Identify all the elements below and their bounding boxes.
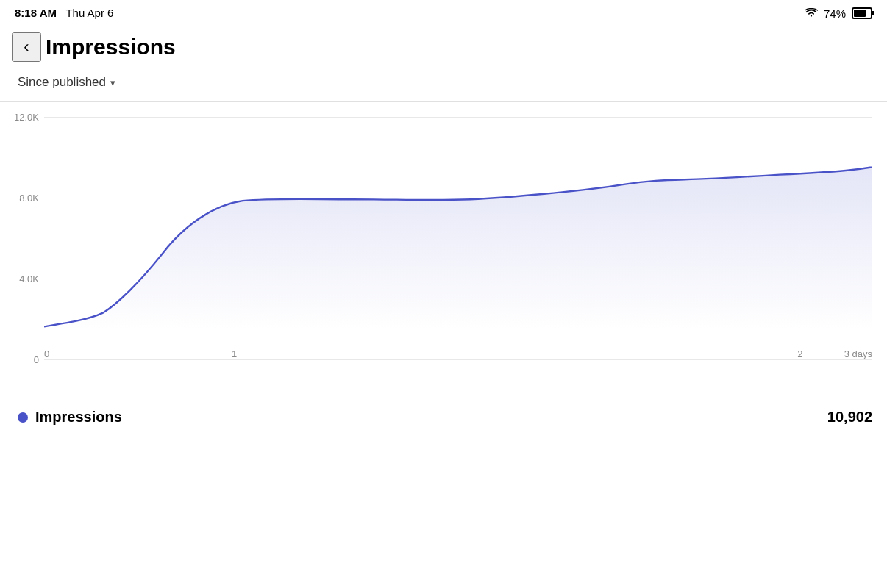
chart-svg bbox=[44, 117, 872, 330]
grid-line-0: 0 bbox=[44, 359, 872, 360]
y-label-12k: 12.0K bbox=[4, 112, 39, 123]
status-time-date: 8:18 AM Thu Apr 6 bbox=[15, 7, 113, 20]
status-time: 8:18 AM bbox=[15, 7, 57, 19]
battery-percentage: 74% bbox=[824, 7, 846, 20]
legend-label: Impressions bbox=[35, 409, 122, 426]
x-label-3days: 3 days bbox=[844, 348, 872, 359]
battery-icon bbox=[852, 7, 872, 19]
wifi-icon bbox=[805, 8, 818, 18]
chevron-down-icon: ▾ bbox=[110, 77, 115, 88]
chart-grid: 12.0K 8.0K 4.0K 0 bbox=[44, 117, 872, 359]
filter-row: Since published ▾ bbox=[0, 68, 887, 102]
y-label-8k: 8.0K bbox=[4, 192, 39, 203]
status-bar: 8:18 AM Thu Apr 6 74% bbox=[0, 0, 887, 26]
legend-dot bbox=[18, 412, 28, 423]
chart-fill bbox=[44, 167, 872, 330]
status-indicators: 74% bbox=[805, 7, 872, 20]
x-label-2: 2 bbox=[797, 348, 802, 359]
status-date: Thu Apr 6 bbox=[65, 7, 113, 19]
summary-row: Impressions 10,902 bbox=[0, 392, 887, 442]
back-button[interactable]: ‹ bbox=[12, 32, 41, 62]
page-title: Impressions bbox=[46, 35, 176, 60]
chart-container: 12.0K 8.0K 4.0K 0 bbox=[0, 102, 887, 389]
back-icon: ‹ bbox=[24, 39, 29, 55]
battery-fill bbox=[854, 10, 866, 17]
filter-label: Since published bbox=[18, 75, 106, 90]
time-filter-button[interactable]: Since published ▾ bbox=[18, 75, 115, 90]
y-label-0: 0 bbox=[4, 354, 39, 365]
y-label-4k: 4.0K bbox=[4, 273, 39, 284]
page-header: ‹ Impressions bbox=[0, 26, 887, 68]
x-label-1: 1 bbox=[232, 348, 237, 359]
x-label-0: 0 bbox=[44, 348, 49, 359]
legend-item: Impressions bbox=[18, 409, 122, 426]
legend-value: 10,902 bbox=[827, 409, 872, 426]
x-axis-labels: 0 1 2 3 days bbox=[44, 348, 872, 359]
